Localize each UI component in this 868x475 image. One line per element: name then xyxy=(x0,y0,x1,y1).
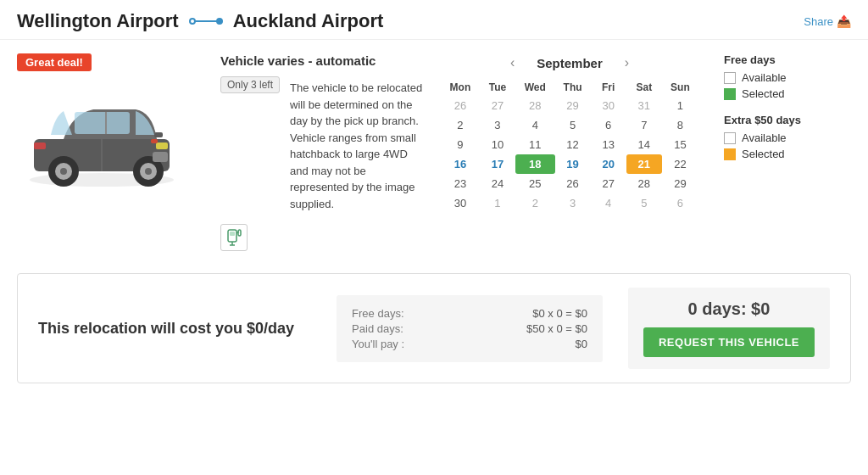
calendar-day-cell[interactable]: 2 xyxy=(515,193,555,213)
youll-pay-value: $0 xyxy=(576,338,587,350)
calendar-grid: Mon Tue Wed Thu Fri Sat Sun 262728293031… xyxy=(441,79,698,213)
destination-city: Auckland Airport xyxy=(233,10,384,32)
extra-selected-label: Selected xyxy=(742,148,785,160)
free-days-label: Free days: xyxy=(352,307,403,320)
calendar-day-cell[interactable]: 21 xyxy=(626,154,662,174)
free-days-legend-title: Free days xyxy=(724,53,851,66)
calendar-day-cell[interactable]: 4 xyxy=(591,193,626,213)
calendar-day-cell[interactable]: 9 xyxy=(441,135,480,154)
share-button[interactable]: Share 📤 xyxy=(804,14,851,28)
calendar-day-cell[interactable]: 1 xyxy=(662,96,698,115)
free-days-row: Free days: $0 x 0 = $0 xyxy=(352,307,587,320)
calendar-day-cell[interactable]: 22 xyxy=(662,154,698,174)
calendar-day-cell[interactable]: 7 xyxy=(626,115,662,135)
legend-column: Free days Available Selected Extra $50 d… xyxy=(715,53,851,251)
svg-rect-6 xyxy=(75,112,130,134)
summary-right: 0 days: $0 REQUEST THIS VEHICLE xyxy=(628,288,830,369)
calendar-day-cell[interactable]: 4 xyxy=(515,115,555,135)
day-header-thu: Thu xyxy=(555,79,591,96)
calendar-day-cell[interactable]: 25 xyxy=(515,174,555,193)
great-deal-badge: Great deal! xyxy=(17,53,92,71)
calendar-week-row: 30123456 xyxy=(441,193,698,213)
calendar-day-cell[interactable]: 8 xyxy=(662,115,698,135)
calendar-day-cell[interactable]: 27 xyxy=(480,96,515,115)
calendar-day-cell[interactable]: 27 xyxy=(591,174,626,193)
calendar-day-cell[interactable]: 5 xyxy=(626,193,662,213)
extra-available-box xyxy=(724,132,736,144)
extra-days-legend-title: Extra $50 days xyxy=(724,114,851,126)
calendar-day-cell[interactable]: 14 xyxy=(626,135,662,154)
svg-rect-16 xyxy=(34,142,46,149)
svg-rect-21 xyxy=(230,232,235,236)
calendar-day-cell[interactable]: 28 xyxy=(626,174,662,193)
route-arrow-icon xyxy=(189,14,223,28)
svg-rect-15 xyxy=(156,142,168,149)
calendar-day-cell[interactable]: 20 xyxy=(591,154,626,174)
cost-breakdown: Free days: $0 x 0 = $0 Paid days: $50 x … xyxy=(337,295,603,362)
calendar-column: ‹ September › Mon Tue Wed Thu Fri Sat Su… xyxy=(441,53,698,251)
calendar-day-cell[interactable]: 17 xyxy=(480,154,515,174)
request-vehicle-button[interactable]: REQUEST THIS VEHICLE xyxy=(643,327,815,357)
calendar-day-cell[interactable]: 10 xyxy=(480,135,515,154)
calendar-day-cell[interactable]: 30 xyxy=(591,96,626,115)
main-content: Great deal! xyxy=(0,40,868,265)
day-header-sat: Sat xyxy=(626,79,662,96)
day-header-wed: Wed xyxy=(515,79,555,96)
svg-rect-23 xyxy=(238,230,241,236)
free-available-box xyxy=(724,72,736,84)
free-available-legend-item: Available xyxy=(724,71,851,84)
calendar-day-cell[interactable]: 13 xyxy=(591,135,626,154)
calendar-day-cell[interactable]: 19 xyxy=(555,154,591,174)
paid-days-value: $50 x 0 = $0 xyxy=(526,322,587,335)
route-title: Wellington Airport Auckland Airport xyxy=(17,10,383,32)
calendar-month: September xyxy=(537,56,603,70)
calendar-week-row: 2345678 xyxy=(441,115,698,135)
calendar-prev-button[interactable]: ‹ xyxy=(505,53,520,72)
paid-days-label: Paid days: xyxy=(352,322,403,335)
calendar-day-cell[interactable]: 26 xyxy=(441,96,480,115)
calendar-day-cell[interactable]: 24 xyxy=(480,174,515,193)
calendar-day-cell[interactable]: 23 xyxy=(441,174,480,193)
calendar-day-cell[interactable]: 1 xyxy=(480,193,515,213)
free-days-value: $0 x 0 = $0 xyxy=(532,307,587,320)
calendar-day-cell[interactable]: 29 xyxy=(662,174,698,193)
calendar-day-cell[interactable]: 30 xyxy=(441,193,480,213)
calendar-day-cell[interactable]: 12 xyxy=(555,135,591,154)
free-days-legend: Free days Available Selected xyxy=(724,53,851,100)
calendar-day-cell[interactable]: 31 xyxy=(626,96,662,115)
calendar-week-row: 23242526272829 xyxy=(441,174,698,193)
calendar-day-cell[interactable]: 5 xyxy=(555,115,591,135)
free-selected-label: Selected xyxy=(742,87,785,100)
extra-selected-box xyxy=(724,148,736,160)
calendar-day-cell[interactable]: 6 xyxy=(662,193,698,213)
calendar-day-cell[interactable]: 2 xyxy=(441,115,480,135)
share-icon: 📤 xyxy=(837,14,851,28)
fuel-icon xyxy=(220,224,248,251)
calendar-day-cell[interactable]: 3 xyxy=(480,115,515,135)
youll-pay-row: You'll pay : $0 xyxy=(352,338,587,350)
calendar-day-cell[interactable]: 6 xyxy=(591,115,626,135)
vehicle-title: Vehicle varies - automatic xyxy=(220,53,424,68)
calendar-day-cell[interactable]: 11 xyxy=(515,135,555,154)
calendar-day-cell[interactable]: 16 xyxy=(441,154,480,174)
calendar-day-cell[interactable]: 15 xyxy=(662,135,698,154)
calendar-day-cell[interactable]: 29 xyxy=(555,96,591,115)
only-left-badge: Only 3 left xyxy=(220,76,280,93)
free-selected-legend-item: Selected xyxy=(724,87,851,100)
day-header-sun: Sun xyxy=(662,79,698,96)
svg-rect-19 xyxy=(154,132,163,137)
calendar-day-cell[interactable]: 28 xyxy=(515,96,555,115)
extra-available-label: Available xyxy=(742,131,787,144)
calendar-next-button[interactable]: › xyxy=(620,53,634,72)
calendar-day-cell[interactable]: 18 xyxy=(515,154,555,174)
vehicle-info-column: Vehicle varies - automatic Only 3 left T… xyxy=(220,53,424,251)
origin-city: Wellington Airport xyxy=(17,10,179,32)
extra-selected-legend-item: Selected xyxy=(724,148,851,160)
calendar-day-cell[interactable]: 26 xyxy=(555,174,591,193)
calendar-header-row: Mon Tue Wed Thu Fri Sat Sun xyxy=(441,79,698,96)
cost-summary-bar: This relocation will cost you $0/day Fre… xyxy=(17,273,851,383)
page-header: Wellington Airport Auckland Airport Shar… xyxy=(0,0,868,40)
calendar-day-cell[interactable]: 3 xyxy=(555,193,591,213)
calendar-week-row: 2627282930311 xyxy=(441,96,698,115)
vehicle-image-column: Great deal! xyxy=(17,53,203,251)
